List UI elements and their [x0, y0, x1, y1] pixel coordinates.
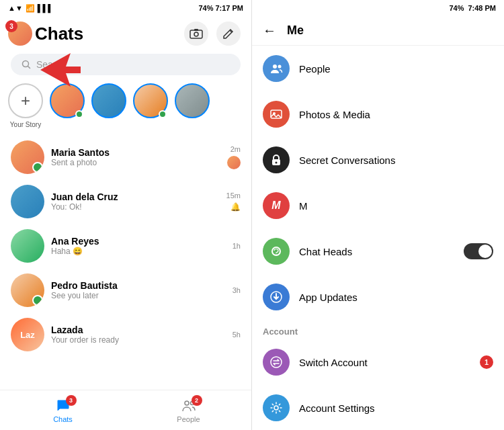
chat-avatar-3: [11, 229, 44, 263]
chatheads-label: Chat Heads: [299, 246, 454, 257]
chat-avatar-4: [11, 273, 44, 307]
story-avatar-4: [175, 83, 210, 118]
page-title: Chats: [35, 24, 83, 44]
online-indicator-3: [159, 110, 167, 118]
read-receipt-1: [227, 156, 241, 169]
bottom-nav: 3 Chats 2 People: [0, 390, 251, 430]
header-icons: [184, 22, 241, 46]
people-menu-icon: [263, 55, 290, 82]
m-label: M: [299, 200, 493, 212]
wifi-icon: 📶: [26, 4, 35, 13]
story-item-1[interactable]: [50, 83, 85, 128]
add-story-button[interactable]: +: [8, 83, 43, 118]
appupdates-menu-icon: [263, 284, 290, 310]
chat-avatar-2: [11, 185, 44, 218]
camera-button[interactable]: [184, 22, 208, 46]
svg-point-12: [276, 162, 278, 164]
chats-nav-label: Chats: [53, 415, 73, 423]
menu-item-chatheads[interactable]: Chat Heads: [252, 228, 504, 274]
chat-list: Maria Santos Sent a photo 2m Juan dela C…: [0, 135, 251, 390]
chatheads-toggle[interactable]: [464, 243, 493, 259]
chat-info-laz: Lazada Your order is ready: [51, 325, 226, 345]
red-arrow-annotation: [40, 53, 81, 87]
story-avatar-3: [133, 83, 168, 118]
menu-item-appupdates[interactable]: App Updates: [252, 274, 504, 320]
story-item-4[interactable]: [175, 83, 210, 128]
chat-avatar-laz: Laz: [11, 318, 44, 351]
chat-item[interactable]: Ana Reyes Haha 😄 1h: [0, 224, 251, 268]
svg-rect-3: [194, 29, 198, 31]
settings-menu-icon: [263, 394, 290, 421]
online-indicator-1: [75, 110, 83, 118]
svg-point-7: [273, 64, 277, 69]
title-area: Chats: [8, 22, 83, 46]
notification-badge: 3: [5, 20, 17, 32]
switch-label: Switch Account: [299, 357, 470, 368]
settings-label: Account Settings: [299, 402, 493, 414]
menu-item-people[interactable]: People: [252, 46, 504, 91]
svg-point-2: [194, 32, 198, 36]
right-status-bar: 74% 7:48 PM: [252, 0, 504, 16]
add-story[interactable]: + Your Story: [8, 83, 43, 128]
people-icon-wrap: 2: [181, 398, 197, 414]
switch-menu-icon: [263, 349, 290, 376]
chat-info-1: Maria Santos Sent a photo: [51, 147, 220, 167]
chat-info-2: Juan dela Cruz You: Ok!: [51, 191, 220, 212]
chat-item[interactable]: Pedro Bautista See you later 3h: [0, 268, 251, 312]
people-badge: 2: [192, 395, 202, 406]
right-panel: 74% 7:48 PM ← Me People: [252, 0, 504, 430]
chat-info-4: Pedro Bautista See you later: [51, 280, 226, 300]
left-header: 3 Chats: [0, 16, 251, 51]
chats-badge: 3: [66, 395, 77, 406]
left-battery: 74%: [198, 4, 213, 12]
svg-point-8: [278, 65, 282, 69]
account-section-label: Account: [252, 320, 504, 339]
menu-item-switch[interactable]: Switch Account 1: [252, 339, 504, 385]
story-item-3[interactable]: [133, 83, 168, 128]
back-button[interactable]: ←: [263, 23, 276, 38]
right-page-title: Me: [287, 24, 304, 38]
svg-point-18: [274, 406, 278, 410]
story-item-2[interactable]: [91, 83, 126, 128]
chat-item-laz[interactable]: Laz Lazada Your order is ready 5h: [0, 312, 251, 357]
toggle-thumb: [478, 245, 492, 258]
stories-row: + Your Story: [0, 81, 251, 135]
nav-chats[interactable]: 3 Chats: [0, 390, 126, 430]
menu-item-settings[interactable]: Account Settings: [252, 385, 504, 430]
chat-avatar-1: [11, 140, 44, 174]
chat-item[interactable]: Maria Santos Sent a photo 2m: [0, 135, 251, 179]
appupdates-label: App Updates: [299, 292, 493, 303]
edit-button[interactable]: [216, 22, 241, 46]
left-status-left: ▲▼ 📶 ▌▌▌: [8, 4, 53, 13]
m-menu-icon: M: [263, 192, 290, 219]
secret-menu-icon: [263, 146, 290, 173]
your-story-label: Your Story: [10, 121, 41, 128]
svg-rect-1: [190, 30, 202, 38]
story-avatar-1: [50, 83, 85, 118]
switch-badge: 1: [480, 355, 493, 369]
menu-item-secret[interactable]: Secret Conversations: [252, 137, 504, 183]
photos-label: Photos & Media: [299, 109, 493, 120]
chatheads-menu-icon: [263, 238, 290, 265]
menu-item-m[interactable]: M M: [252, 183, 504, 228]
left-status-bar: ▲▼ 📶 ▌▌▌ 74% 7:17 PM: [0, 0, 251, 16]
chats-icon-wrap: 3: [55, 398, 71, 414]
mute-icon: 🔔: [230, 202, 241, 212]
secret-label: Secret Conversations: [299, 155, 493, 166]
svg-point-5: [185, 401, 189, 405]
people-label: People: [299, 63, 493, 75]
nav-people[interactable]: 2 People: [126, 390, 251, 430]
menu-list: People Photos & Media Secret Convers: [252, 46, 504, 430]
people-nav-label: People: [177, 415, 200, 423]
chat-item[interactable]: Juan dela Cruz You: Ok! 15m 🔔: [0, 179, 251, 224]
svg-point-17: [271, 357, 282, 368]
signal-bars: ▌▌▌: [38, 4, 53, 12]
left-status-right: 74% 7:17 PM: [198, 4, 243, 12]
svg-point-15: [276, 254, 277, 255]
search-icon: [22, 60, 31, 69]
menu-item-photos[interactable]: Photos & Media: [252, 91, 504, 137]
photos-menu-icon: [263, 101, 290, 128]
right-battery: 74%: [449, 4, 464, 12]
svg-marker-0: [40, 53, 81, 87]
story-avatar-2: [91, 83, 126, 118]
